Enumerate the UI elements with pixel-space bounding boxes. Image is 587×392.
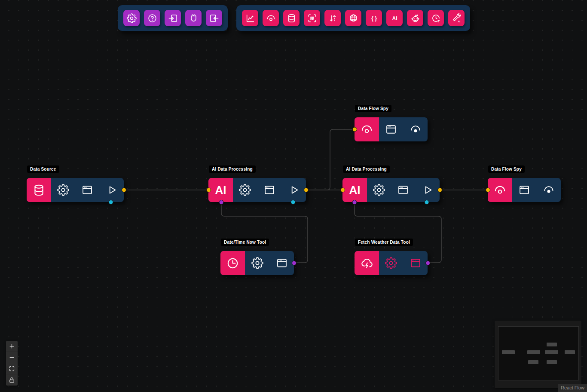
load-workflow-button[interactable] (165, 10, 181, 26)
help-button[interactable] (144, 10, 160, 26)
yellow-right-handle[interactable] (437, 188, 442, 193)
node-action-icons (51, 178, 124, 202)
yellow-left-handle[interactable] (340, 188, 345, 193)
minimap-node-data-flow-spy-right (565, 350, 575, 354)
reddit-icon (410, 13, 420, 23)
gear-icon[interactable] (233, 178, 257, 202)
eye-filled-icon[interactable] (404, 117, 428, 141)
eye-filled-icon[interactable] (537, 178, 561, 202)
node-title: Data Flow Spy (488, 165, 525, 173)
svg-text:AI: AI (458, 20, 460, 22)
play-icon[interactable] (416, 178, 440, 202)
add-spy-node-button[interactable] (263, 10, 279, 26)
node-data-flow-spy-right[interactable]: Data Flow Spy (488, 178, 561, 202)
node-title: Data Source (27, 165, 59, 173)
add-data-source-node-button[interactable] (283, 10, 300, 26)
window-icon[interactable] (75, 178, 99, 202)
svg-text:AI: AI (392, 15, 397, 21)
svg-text:WWW: WWW (350, 18, 357, 21)
barcode-icon (307, 13, 317, 23)
play-icon[interactable] (281, 178, 306, 202)
yellow-right-handle[interactable] (122, 188, 126, 193)
cyan-bottom-handle[interactable] (108, 200, 113, 205)
add-chart-node-button[interactable] (242, 10, 258, 26)
cyan-bottom-handle[interactable] (291, 200, 296, 205)
toggle-interactivity-button[interactable] (6, 374, 18, 386)
node-ai-processing-2[interactable]: AI Data ProcessingAI (342, 178, 440, 202)
node-ai-processing-1[interactable]: AI Data ProcessingAI (208, 178, 306, 202)
window-icon[interactable] (391, 178, 415, 202)
eye-icon (355, 117, 379, 141)
workflow-toolbar (118, 5, 228, 31)
node-action-icons (379, 251, 428, 275)
yellow-left-handle[interactable] (206, 188, 211, 193)
window-icon[interactable] (512, 178, 537, 202)
node-action-icons (367, 178, 440, 202)
attribution: React Flow (558, 384, 587, 392)
node-title: Date/Time Now Tool (221, 239, 269, 246)
fit-icon (9, 365, 15, 372)
sort-icon (328, 13, 338, 23)
cloud-bolt-icon (355, 251, 379, 275)
add-ai-node-button[interactable]: AI (386, 10, 403, 26)
node-data-flow-spy-top[interactable]: Data Flow Spy (355, 117, 428, 141)
save-icon (209, 13, 219, 23)
add-history-node-button[interactable] (428, 10, 444, 26)
clear-canvas-button[interactable] (185, 10, 202, 26)
node-action-icons (379, 117, 428, 141)
flow-canvas[interactable]: WWW{ }AIAI Data SourceAI Data Processing… (0, 0, 587, 392)
window-icon[interactable] (379, 117, 404, 141)
node-data-source[interactable]: Data Source (27, 178, 124, 202)
database-icon (287, 13, 297, 23)
yellow-right-handle[interactable] (304, 188, 309, 193)
eye-icon (266, 13, 276, 23)
minimap[interactable] (495, 321, 581, 388)
minimap-node-data-flow-spy-top (547, 343, 557, 346)
purple-right-handle[interactable] (425, 261, 430, 266)
history-icon (431, 13, 441, 23)
fit-view-button[interactable] (6, 363, 18, 374)
play-icon[interactable] (100, 178, 124, 202)
node-action-icons (245, 251, 294, 275)
braces-icon: { } (369, 13, 379, 23)
ai-label: AI (349, 184, 361, 197)
zoom-out-button[interactable] (6, 352, 18, 363)
add-barcode-node-button[interactable] (304, 10, 320, 26)
yellow-left-handle[interactable] (486, 188, 490, 193)
lock-open-icon (9, 377, 15, 383)
node-weather-tool[interactable]: Fetch Weather Data Tool (355, 251, 428, 275)
add-web-node-button[interactable]: WWW (345, 10, 361, 26)
gear-icon[interactable] (51, 178, 75, 202)
gear-icon (127, 13, 137, 23)
add-ai-tool-node-button[interactable]: AI (448, 10, 465, 26)
add-json-node-button[interactable]: { } (366, 10, 382, 26)
node-title: AI Data Processing (343, 165, 390, 173)
window-icon[interactable] (404, 251, 428, 275)
minimap-node-ai-processing-2 (545, 350, 558, 354)
cyan-bottom-handle[interactable] (424, 200, 429, 205)
purple-bottom-handle[interactable] (219, 200, 223, 205)
chart-icon (245, 13, 255, 23)
add-reddit-node-button[interactable] (407, 10, 423, 26)
purple-bottom-handle[interactable] (352, 200, 357, 205)
purple-right-handle[interactable] (292, 261, 297, 266)
node-action-icons (512, 178, 561, 202)
load-icon (168, 13, 178, 23)
yellow-left-handle[interactable] (352, 127, 357, 132)
add-node-toolbar: WWW{ }AIAI (236, 5, 470, 31)
settings-button[interactable] (123, 10, 140, 26)
node-title: AI Data Processing (209, 165, 256, 173)
window-icon[interactable] (269, 251, 294, 275)
node-accent-label: AI (342, 178, 367, 202)
node-datetime-tool[interactable]: Date/Time Now Tool (220, 251, 294, 275)
window-icon[interactable] (257, 178, 282, 202)
zoom-in-button[interactable] (6, 341, 18, 352)
add-sort-node-button[interactable] (324, 10, 341, 26)
trash-icon (189, 13, 199, 23)
save-workflow-button[interactable] (206, 10, 222, 26)
gear-icon[interactable] (379, 251, 404, 275)
eye-icon (488, 178, 512, 202)
gear-icon[interactable] (367, 178, 391, 202)
gear-icon[interactable] (245, 251, 269, 275)
database-icon (27, 178, 51, 202)
